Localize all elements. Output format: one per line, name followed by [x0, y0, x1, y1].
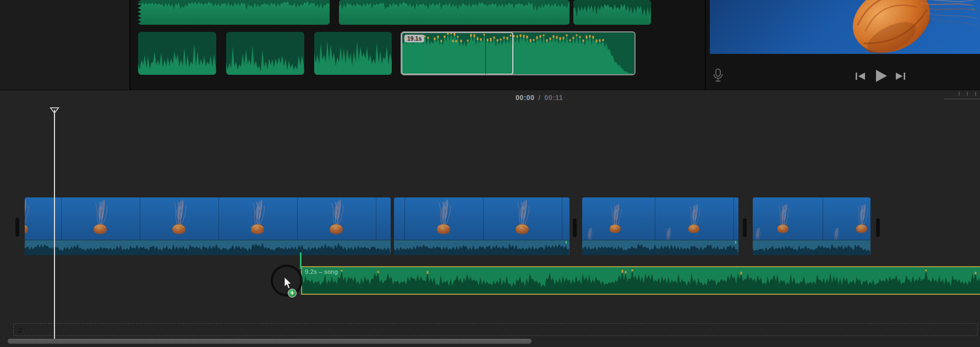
music-clip-dragged[interactable]: 9.2s – song	[301, 266, 980, 295]
skip-back-button[interactable]	[856, 72, 865, 82]
cursor-arrow-icon	[284, 277, 293, 289]
play-button[interactable]	[875, 70, 887, 84]
video-audio-waveform	[25, 240, 391, 255]
video-audio-waveform	[753, 240, 870, 255]
music-clip-label: 9.2s – song	[305, 268, 338, 275]
zoom-tick	[967, 92, 968, 96]
jellyfish-thumbnail-small	[753, 226, 765, 240]
jellyfish-thumbnail-small	[660, 226, 676, 240]
preview-jellyfish-image	[710, 0, 980, 54]
jellyfish-thumbnail	[848, 202, 870, 238]
video-clip-4[interactable]	[753, 197, 870, 255]
browser-left-panel	[0, 0, 130, 90]
clip-trim-handle[interactable]	[876, 218, 880, 237]
time-current: 00:00	[516, 94, 534, 102]
jellyfish-thumbnail	[681, 202, 707, 238]
frame-seam	[733, 197, 734, 240]
frame-seam	[376, 197, 376, 240]
frame-seam	[562, 197, 562, 240]
video-clip-3[interactable]	[582, 197, 738, 255]
browser-preview-divider	[705, 0, 706, 90]
time-total: 00:11	[544, 94, 563, 102]
video-audio-waveform	[582, 240, 738, 255]
frame-seam	[297, 197, 298, 240]
duration-badge: 19.1s	[404, 35, 424, 42]
skip-forward-icon	[896, 72, 905, 80]
jellyfish-thumbnail	[507, 197, 538, 240]
video-filmstrip	[753, 197, 870, 240]
music-note-icon: ♫	[17, 323, 23, 336]
time-separator: /	[538, 94, 540, 102]
clip-end-marker	[566, 241, 567, 244]
video-filmstrip	[25, 197, 391, 240]
video-clip-1[interactable]	[25, 197, 391, 255]
add-plus-badge-icon: +	[288, 289, 297, 298]
timeline-panel: 00:00 / 00:11	[0, 90, 980, 347]
media-browser: 19.1s	[0, 0, 980, 90]
audio-clip-selected[interactable]: 19.1s	[401, 31, 636, 75]
video-filmstrip	[582, 197, 738, 240]
jellyfish-thumbnail	[25, 197, 37, 240]
jellyfish-thumbnail-small	[828, 226, 844, 240]
audio-clip-thumb-2[interactable]	[226, 32, 304, 75]
background-music-well[interactable]	[13, 323, 978, 336]
frame-seam	[61, 197, 62, 240]
jellyfish-thumbnail	[770, 202, 796, 238]
frame-seam	[404, 197, 405, 240]
video-filmstrip	[394, 197, 570, 240]
play-icon	[875, 70, 887, 82]
playhead-line[interactable]	[54, 110, 55, 339]
jellyfish-thumbnail	[85, 197, 116, 240]
audio-strip-block-3[interactable]	[573, 0, 651, 25]
record-voiceover-button[interactable]	[712, 68, 724, 85]
zoom-tick	[959, 92, 960, 96]
skip-forward-button[interactable]	[896, 72, 905, 82]
horizontal-scrollbar[interactable]	[8, 339, 532, 344]
jellyfish-thumbnail	[321, 197, 352, 240]
zoom-tick	[975, 92, 976, 96]
clip-trim-handle[interactable]	[743, 218, 747, 237]
time-display: 00:00 / 00:11	[473, 94, 605, 102]
frame-seam	[655, 197, 655, 240]
video-editor-window: 19.1s	[0, 0, 980, 347]
jellyfish-thumbnail	[428, 197, 459, 240]
clip-trim-handle[interactable]	[15, 218, 19, 236]
frame-seam	[140, 197, 140, 240]
audio-strip-block-1[interactable]	[138, 0, 330, 25]
jellyfish-thumbnail	[242, 197, 273, 240]
audio-strip-block-2[interactable]	[339, 0, 570, 25]
jellyfish-thumbnail-small	[582, 226, 598, 240]
frame-seam	[218, 197, 219, 240]
jellyfish-thumbnail	[602, 202, 628, 238]
microphone-icon	[712, 68, 724, 83]
music-clip-waveform	[302, 267, 980, 294]
audio-clip-thumb-3[interactable]	[314, 32, 392, 75]
audio-clip-thumb-1[interactable]	[138, 32, 216, 75]
jellyfish-thumbnail	[163, 197, 194, 240]
skip-back-icon	[856, 72, 865, 80]
clip-end-marker	[735, 241, 736, 244]
video-clip-2[interactable]	[394, 197, 570, 255]
frame-seam	[823, 197, 823, 240]
selection-range-marker	[485, 33, 486, 75]
frame-seam	[483, 197, 484, 240]
zoom-slider-track	[944, 98, 980, 100]
video-audio-waveform	[394, 240, 570, 255]
insertion-point-line	[300, 252, 302, 269]
clip-trim-handle[interactable]	[573, 218, 577, 237]
preview-viewer	[710, 0, 980, 54]
